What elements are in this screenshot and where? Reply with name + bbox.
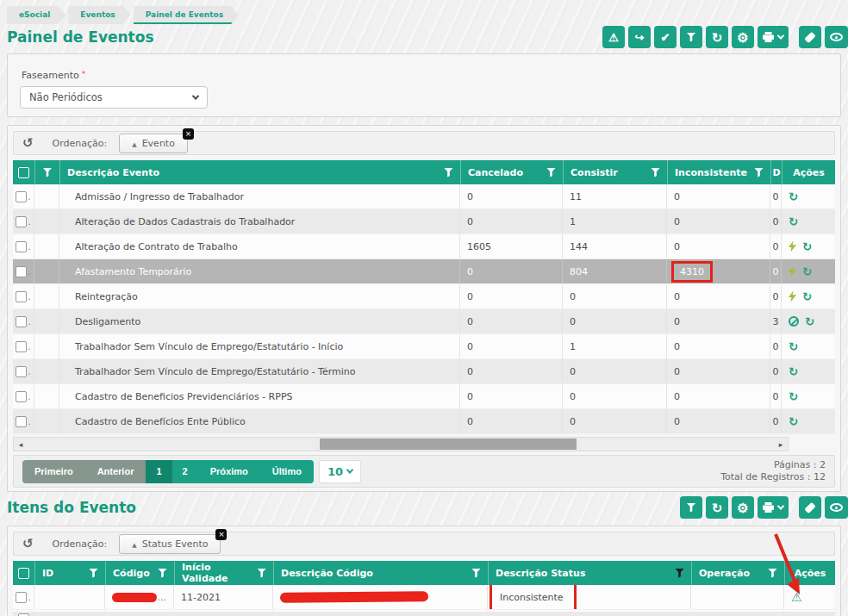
filter-funnel-icon[interactable] [158,569,167,578]
header-acoes: Ações [782,160,835,184]
table-row[interactable]: . Cadastro de Benefícios Ente Público 0 … [13,409,835,434]
scroll-right-arrow[interactable]: ▸ [774,438,788,451]
row-checkbox[interactable] [16,216,27,227]
sort-chip-status-evento[interactable]: ▲Status Evento × [119,534,221,554]
refresh-button[interactable]: ↻ [706,496,728,519]
table-row[interactable]: . Desligamento 0 0 0 3 ↻ [13,309,835,334]
lightning-icon[interactable] [789,291,796,302]
reprocess-icon[interactable]: ↻ [802,289,812,303]
reprocess-icon[interactable]: ↻ [802,240,812,253]
page-size-select[interactable]: 10 [319,460,361,483]
scrollbar-thumb[interactable] [320,439,577,450]
filter-funnel-icon[interactable] [89,569,98,578]
page-2-button[interactable]: 2 [172,460,198,483]
print-button[interactable] [758,26,789,48]
warning-action-icon[interactable]: ⚠ [791,590,802,604]
reprocess-icon[interactable]: ↻ [789,190,798,203]
filter-button[interactable] [680,26,702,48]
settings-button[interactable]: ⚙ [732,26,754,48]
chevron-down-icon [777,32,784,39]
filter-funnel-icon[interactable] [546,168,556,177]
filter-funnel-icon [687,33,696,42]
sort-asc-icon: ▲ [132,542,136,549]
reprocess-icon[interactable]: ↻ [802,264,812,278]
filter-funnel-icon[interactable] [43,168,53,177]
refresh-button[interactable]: ↻ [706,26,728,48]
header-cancelado: Cancelado [460,160,563,184]
breadcrumb-eventos[interactable]: Eventos [68,6,130,24]
reprocess-icon[interactable]: ↻ [789,414,798,428]
cell-consistir: 1 [563,334,667,358]
table-row[interactable]: . Alteração de Contrato de Trabalho 1605… [13,234,835,259]
filter-funnel-icon-active[interactable] [675,569,684,578]
table-row[interactable]: . Cadastro de Beneficios Previdenciários… [13,384,835,409]
reprocess-icon[interactable]: ↻ [789,389,798,403]
filter-funnel-icon[interactable] [768,569,777,578]
printer-icon [763,32,774,42]
row-checkbox[interactable] [16,391,27,402]
row-checkbox[interactable] [16,366,27,377]
sort-chip-label: Status Evento [142,538,209,550]
first-page-button[interactable]: Primeiro [22,460,85,483]
row-checkbox[interactable] [16,241,27,252]
cell-cancelado: 0 [460,259,563,283]
horizontal-scrollbar[interactable]: ◂ ▸ [13,437,789,451]
cell-d: 0 [770,234,782,258]
breadcrumb-esocial[interactable]: eSocial [7,6,65,24]
clear-button[interactable] [799,26,821,48]
share-button[interactable]: ↪ [628,26,651,48]
reprocess-icon[interactable]: ↻ [789,364,798,378]
reset-sort-icon[interactable]: ↺ [22,536,34,551]
filter-funnel-icon[interactable] [651,168,660,177]
lightning-icon[interactable] [789,241,796,252]
remove-sort-icon[interactable]: × [215,529,227,540]
reprocess-icon[interactable]: ↻ [805,314,814,328]
filter-button[interactable] [680,496,702,519]
select-all-checkbox[interactable] [18,568,29,579]
reset-sort-icon[interactable]: ↺ [22,135,34,151]
filter-funnel-icon[interactable] [257,569,266,578]
eraser-icon [804,31,815,42]
reprocess-icon[interactable]: ↻ [789,215,798,228]
row-checkbox[interactable] [16,316,27,327]
settings-button[interactable]: ⚙ [732,496,754,519]
table-row[interactable]: . Admissão / Ingresso de Trabalhador 0 1… [13,184,835,209]
filter-funnel-icon[interactable] [754,168,764,177]
chevron-down-icon [346,466,353,473]
sort-chip-evento[interactable]: ▲Evento × [119,134,188,153]
remove-sort-icon[interactable]: × [183,128,194,140]
alert-button[interactable]: ⚠ [602,26,625,48]
table-row[interactable]: . Reintegração 0 0 0 0 ↻ [13,284,835,309]
scroll-left-arrow[interactable]: ◂ [14,438,28,451]
row-checkbox[interactable] [16,266,27,277]
table-row[interactable]: . Trabalhador Sem Vínculo de Emprego/Est… [13,334,835,359]
next-page-button[interactable]: Próximo [198,460,260,483]
print-button[interactable] [758,496,789,519]
table-row[interactable]: . Trabalhador Sem Vínculo de Emprego/Est… [13,359,835,384]
table-row[interactable]: . Alteração de Dados Cadastrais do Traba… [13,209,835,234]
table-row-selected[interactable]: . Afastamento Temporário 0 804 4310 0 ↻ [13,259,835,284]
row-checkbox[interactable] [16,592,27,603]
row-checkbox[interactable] [16,416,27,427]
ban-icon[interactable] [789,316,799,327]
row-checkbox[interactable] [16,191,27,202]
filter-funnel-icon[interactable] [444,168,453,177]
printer-icon [763,502,774,513]
lightning-icon[interactable] [789,266,796,277]
row-checkbox[interactable] [16,341,27,352]
validate-button[interactable]: ✔ [654,26,677,48]
row-checkbox[interactable] [16,291,27,302]
last-page-button[interactable]: Último [260,460,314,483]
view-button[interactable] [825,26,848,48]
page-1-button[interactable]: 1 [146,460,171,483]
table-row[interactable]: . ... 11-2021 Inconsistente ⚠ [13,585,835,610]
select-all-checkbox[interactable] [18,167,29,178]
filter-funnel-icon[interactable] [471,569,481,578]
clear-button[interactable] [799,496,821,519]
faseamento-select[interactable]: Não Periódicos [20,86,208,109]
previous-page-button[interactable]: Anterior [85,460,147,483]
cell-consistir: 1 [563,209,667,233]
view-button[interactable] [825,496,848,519]
reprocess-icon[interactable]: ↻ [789,339,798,353]
breadcrumb-painel-de-eventos[interactable]: Painel de Eventos [134,6,239,24]
